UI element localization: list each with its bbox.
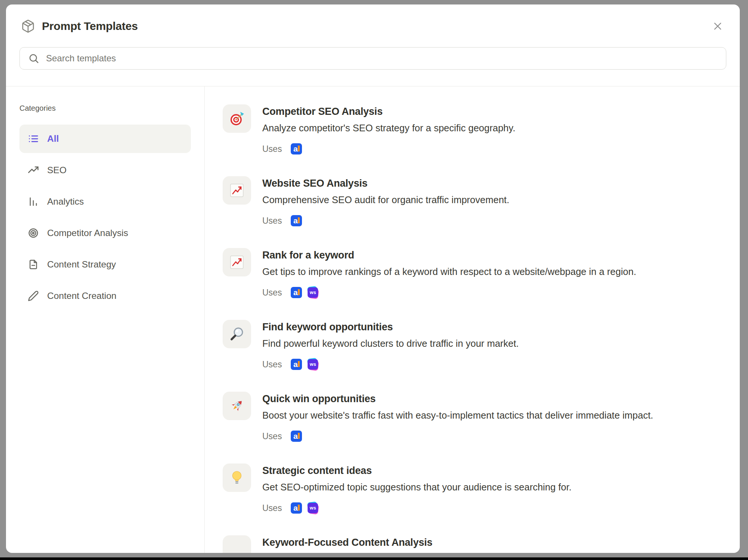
categories-heading: Categories — [19, 103, 191, 113]
pencil-icon — [28, 290, 39, 302]
uses-row: Usesa — [262, 143, 515, 154]
bar-chart-icon — [28, 196, 39, 207]
ahrefs-icon: a — [291, 287, 302, 298]
ahrefs-letter: a — [293, 288, 298, 296]
sidebar-item-label: All — [47, 134, 59, 144]
category-list: AllSEOAnalyticsCompetitor AnalysisConten… — [19, 125, 191, 310]
uses-label: Uses — [262, 503, 282, 513]
sidebar-item-analytics[interactable]: Analytics — [19, 187, 191, 216]
template-title: Strategic content ideas — [262, 464, 571, 477]
list-icon — [28, 133, 39, 144]
template-card-competitor-seo-analysis[interactable]: Competitor SEO AnalysisAnalyze competito… — [223, 104, 725, 154]
ws-icon: ws — [307, 287, 318, 298]
ahrefs-letter: a — [293, 217, 298, 224]
close-icon — [712, 21, 723, 32]
trending-up-icon — [28, 165, 39, 176]
template-description: Find powerful keyword clusters to drive … — [262, 337, 519, 350]
ahrefs-icon: a — [291, 215, 302, 226]
ahrefs-letter: a — [293, 360, 298, 368]
hidden-icon — [223, 535, 251, 553]
template-title: Find keyword opportunities — [262, 321, 519, 333]
ws-letters: ws — [308, 287, 318, 298]
prompt-templates-modal: Prompt Templates Categories AllSEOAnalyt… — [6, 4, 740, 553]
sidebar-item-competitor-analysis[interactable]: Competitor Analysis — [19, 219, 191, 247]
uses-row: Usesa — [262, 431, 653, 442]
search-bar[interactable] — [19, 47, 726, 70]
sidebar-item-content-strategy[interactable]: Content Strategy — [19, 250, 191, 279]
ahrefs-letter: a — [293, 504, 298, 512]
template-card-strategic-content-ideas[interactable]: Strategic content ideasGet SEO-optimized… — [223, 463, 725, 514]
screen-bottom-edge — [0, 557, 748, 560]
template-description: Analyze competitor's SEO strategy for a … — [262, 122, 515, 134]
target-icon — [28, 227, 39, 239]
ahrefs-icon: a — [291, 359, 302, 370]
bulb-icon — [223, 463, 251, 492]
sidebar-item-label: SEO — [47, 165, 67, 175]
sidebar-item-label: Content Strategy — [47, 259, 116, 270]
ahrefs-icon: a — [291, 431, 302, 442]
template-title: Rank for a keyword — [262, 249, 636, 261]
template-description: Boost your website's traffic fast with e… — [262, 409, 653, 422]
template-title: Keyword-Focused Content Analysis — [262, 536, 433, 549]
modal-body: Categories AllSEOAnalyticsCompetitor Ana… — [6, 86, 740, 553]
sidebar-item-label: Competitor Analysis — [47, 228, 128, 238]
template-card-rank-for-a-keyword[interactable]: Rank for a keywordGet tips to improve ra… — [223, 248, 725, 298]
dart-target-icon — [223, 104, 251, 133]
uses-label: Uses — [262, 144, 282, 154]
ahrefs-letter: a — [293, 145, 298, 153]
file-text-icon — [28, 259, 39, 270]
template-card-quick-win-opportunities[interactable]: Quick win opportunitiesBoost your websit… — [223, 392, 725, 442]
ws-letters: ws — [308, 359, 318, 370]
uses-row: Usesaws — [262, 502, 571, 514]
template-title: Competitor SEO Analysis — [262, 105, 515, 118]
sidebar: Categories AllSEOAnalyticsCompetitor Ana… — [6, 86, 205, 553]
sidebar-item-all[interactable]: All — [19, 125, 191, 153]
template-card-keyword-focused-content-analysis[interactable]: Keyword-Focused Content Analysis — [223, 535, 725, 553]
uses-label: Uses — [262, 216, 282, 226]
sidebar-item-label: Analytics — [47, 196, 84, 207]
modal-title: Prompt Templates — [42, 20, 138, 33]
template-description: Get SEO-optimized topic suggestions that… — [262, 481, 571, 493]
template-title: Quick win opportunities — [262, 392, 653, 405]
ahrefs-icon: a — [291, 502, 302, 514]
sidebar-item-label: Content Creation — [47, 291, 116, 301]
template-title: Website SEO Analysis — [262, 177, 509, 190]
chart-increasing-icon — [223, 176, 251, 205]
template-list: Competitor SEO AnalysisAnalyze competito… — [205, 86, 740, 553]
ws-icon: ws — [307, 502, 318, 514]
uses-label: Uses — [262, 359, 282, 370]
template-description: Get tips to improve rankings of a keywor… — [262, 265, 636, 278]
template-card-find-keyword-opportunities[interactable]: Find keyword opportunitiesFind powerful … — [223, 320, 725, 370]
ws-icon: ws — [307, 359, 318, 370]
sidebar-item-seo[interactable]: SEO — [19, 156, 191, 184]
sidebar-item-content-creation[interactable]: Content Creation — [19, 282, 191, 310]
ws-letters: ws — [308, 503, 318, 513]
chart-increasing-icon — [223, 248, 251, 276]
package-icon — [21, 19, 35, 33]
search-input[interactable] — [45, 53, 718, 64]
template-card-website-seo-analysis[interactable]: Website SEO AnalysisComprehensive SEO au… — [223, 176, 725, 226]
magnifier-icon — [223, 320, 251, 348]
uses-row: Usesaws — [262, 287, 636, 298]
uses-label: Uses — [262, 431, 282, 441]
modal-header: Prompt Templates — [6, 4, 740, 34]
search-icon — [28, 53, 39, 64]
uses-label: Uses — [262, 288, 282, 298]
rocket-icon — [223, 392, 251, 420]
ahrefs-letter: a — [293, 432, 298, 440]
template-description: Comprehensive SEO audit for organic traf… — [262, 193, 509, 206]
uses-row: Usesaws — [262, 359, 519, 370]
ahrefs-icon: a — [291, 143, 302, 154]
uses-row: Usesa — [262, 215, 509, 226]
close-button[interactable] — [711, 19, 725, 33]
